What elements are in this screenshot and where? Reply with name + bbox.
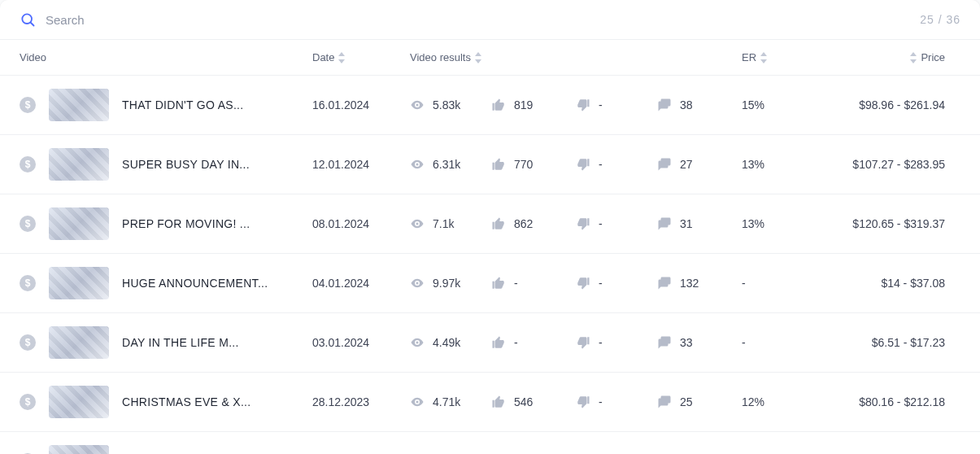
views-cell: 6.31k [410, 157, 491, 172]
video-title[interactable]: CHRISTMAS EVE & X... [122, 395, 250, 408]
likes-value: - [514, 277, 518, 290]
dislikes-value: - [599, 277, 603, 290]
dollar-icon: $ [20, 97, 36, 113]
thumbs-up-icon [491, 395, 506, 409]
video-date: 08.01.2024 [312, 217, 410, 230]
dollar-icon: $ [20, 275, 36, 291]
results-counter: 25 / 36 [920, 13, 960, 26]
video-cell: $ DAY IN THE LIFE M... [20, 326, 312, 359]
video-cell: $ THAT DIDN'T GO AS... [20, 89, 312, 121]
video-cell: $ CHRISTMAS EVE & X... [20, 386, 312, 418]
eye-icon [410, 335, 425, 350]
svg-point-4 [416, 223, 419, 225]
table-row[interactable]: $ HUGE ANNOUNCEMENT... 04.01.2024 9.97k … [0, 254, 980, 313]
table-row[interactable]: $ WRAP WITH ME 2023... 22.12.2023 4.33k … [0, 432, 980, 454]
column-er[interactable]: ER [742, 51, 807, 63]
table-row[interactable]: $ THAT DIDN'T GO AS... 16.01.2024 5.83k … [0, 76, 980, 135]
dollar-icon: $ [20, 156, 36, 172]
video-date: 16.01.2024 [312, 98, 410, 111]
thumbs-up-icon [491, 216, 506, 231]
views-cell: 5.83k [410, 98, 491, 112]
likes-cell: - [491, 276, 576, 290]
er-value: 13% [742, 158, 807, 171]
comments-icon [657, 395, 672, 409]
thumbs-up-icon [491, 98, 506, 112]
video-title[interactable]: PREP FOR MOVING! ... [122, 217, 250, 230]
video-thumbnail[interactable] [49, 89, 109, 121]
views-cell: 7.1k [410, 216, 491, 231]
video-thumbnail[interactable] [49, 267, 109, 299]
search-input[interactable] [46, 13, 920, 27]
search-icon [20, 11, 36, 28]
comments-cell: 25 [657, 395, 742, 409]
thumbs-up-icon [491, 276, 506, 290]
dollar-icon: $ [20, 216, 36, 232]
eye-icon [410, 157, 425, 172]
column-er-label: ER [742, 51, 756, 63]
svg-point-2 [416, 104, 419, 107]
video-cell: $ WRAP WITH ME 2023... [20, 445, 312, 454]
sort-icon [760, 52, 768, 63]
views-cell: 9.97k [410, 276, 491, 290]
likes-value: 770 [514, 158, 533, 171]
video-thumbnail[interactable] [49, 207, 109, 240]
comments-value: 38 [680, 98, 693, 111]
comments-icon [657, 276, 672, 290]
dollar-icon: $ [20, 394, 36, 410]
dislikes-value: - [599, 158, 603, 171]
video-title[interactable]: THAT DIDN'T GO AS... [122, 98, 243, 111]
comments-cell: 31 [657, 216, 742, 231]
price-value: $107.27 - $283.95 [807, 158, 945, 171]
dislikes-cell: - [576, 395, 657, 409]
eye-icon [410, 276, 425, 290]
column-video-results[interactable]: Video results [410, 51, 742, 63]
thumbs-down-icon [576, 335, 590, 350]
thumbs-up-icon [491, 157, 506, 172]
video-title[interactable]: DAY IN THE LIFE M... [122, 336, 239, 349]
svg-point-6 [416, 342, 419, 344]
video-thumbnail[interactable] [49, 445, 109, 454]
er-value: 12% [742, 395, 807, 408]
comments-cell: 33 [657, 335, 742, 350]
views-value: 6.31k [433, 158, 460, 171]
views-cell: 4.49k [410, 335, 491, 350]
likes-value: 862 [514, 217, 533, 230]
video-title[interactable]: SUPER BUSY DAY IN... [122, 158, 250, 171]
table-row[interactable]: $ PREP FOR MOVING! ... 08.01.2024 7.1k 8… [0, 194, 980, 254]
likes-cell: 546 [491, 395, 576, 409]
video-title[interactable]: HUGE ANNOUNCEMENT... [122, 277, 268, 290]
eye-icon [410, 98, 425, 112]
column-price[interactable]: Price [807, 51, 945, 63]
likes-value: - [514, 336, 518, 349]
views-value: 9.97k [433, 277, 460, 290]
video-cell: $ PREP FOR MOVING! ... [20, 207, 312, 240]
video-date: 12.01.2024 [312, 158, 410, 171]
comments-icon [657, 98, 672, 112]
table-header: Video Date Video results ER Price [0, 40, 980, 76]
video-cell: $ SUPER BUSY DAY IN... [20, 148, 312, 181]
thumbs-down-icon [576, 216, 590, 231]
video-thumbnail[interactable] [49, 326, 109, 359]
video-results-panel: 25 / 36 Video Date Video results ER Pric… [0, 0, 980, 454]
video-thumbnail[interactable] [49, 148, 109, 181]
views-value: 4.71k [433, 395, 460, 408]
video-thumbnail[interactable] [49, 386, 109, 418]
comments-icon [657, 157, 672, 172]
comments-cell: 27 [657, 157, 742, 172]
er-value: 13% [742, 217, 807, 230]
table-body: $ THAT DIDN'T GO AS... 16.01.2024 5.83k … [0, 76, 980, 454]
svg-point-3 [416, 164, 419, 166]
likes-cell: 862 [491, 216, 576, 231]
comments-cell: 38 [657, 98, 742, 112]
table-row[interactable]: $ SUPER BUSY DAY IN... 12.01.2024 6.31k … [0, 135, 980, 194]
table-row[interactable]: $ DAY IN THE LIFE M... 03.01.2024 4.49k … [0, 313, 980, 373]
video-cell: $ HUGE ANNOUNCEMENT... [20, 267, 312, 299]
likes-cell: 819 [491, 98, 576, 112]
views-cell: 4.71k [410, 395, 491, 409]
comments-cell: 132 [657, 276, 742, 290]
column-date[interactable]: Date [312, 51, 410, 63]
dislikes-cell: - [576, 157, 657, 172]
table-row[interactable]: $ CHRISTMAS EVE & X... 28.12.2023 4.71k … [0, 373, 980, 432]
dislikes-value: - [599, 395, 603, 408]
thumbs-down-icon [576, 157, 590, 172]
